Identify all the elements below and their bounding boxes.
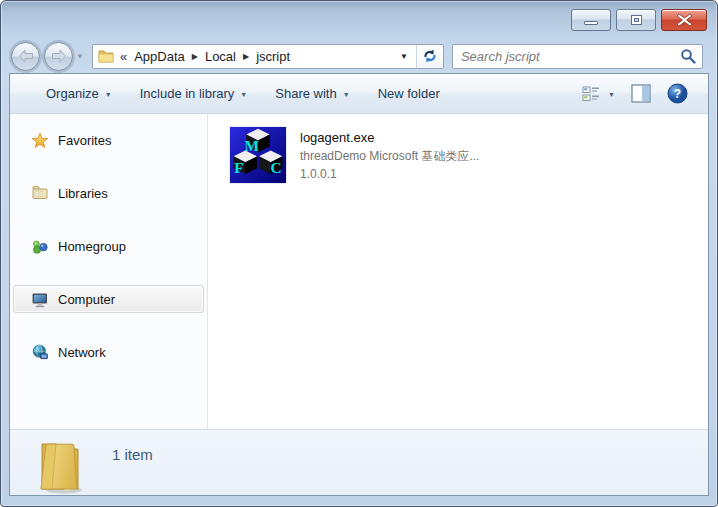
refresh-button[interactable] xyxy=(416,45,443,68)
item-count-label: 1 item xyxy=(112,446,153,463)
chevron-down-icon: ▼ xyxy=(608,89,615,98)
navigation-bar: ▼ « AppData ▶ Local ▶ jscript ▼ xyxy=(1,39,717,73)
include-in-library-label: Include in library xyxy=(140,86,235,101)
close-icon xyxy=(677,14,692,26)
back-button[interactable] xyxy=(11,42,40,71)
change-view-icon xyxy=(582,85,602,103)
command-toolbar: Organize ▼ Include in library ▼ Share wi… xyxy=(10,74,708,114)
sidebar-label-network: Network xyxy=(58,345,106,360)
breadcrumb-separator-icon[interactable]: ▶ xyxy=(192,52,198,61)
client-area: Organize ▼ Include in library ▼ Share wi… xyxy=(9,73,709,496)
share-with-label: Share with xyxy=(275,86,336,101)
computer-icon xyxy=(31,291,49,308)
breadcrumb-overflow-button[interactable]: « xyxy=(120,49,127,64)
help-button[interactable]: ? xyxy=(667,83,688,104)
file-description: threadDemo Microsoft 基础类应... xyxy=(300,147,479,165)
address-bar[interactable]: « AppData ▶ Local ▶ jscript ▼ xyxy=(92,44,444,69)
breadcrumb-segment-appdata[interactable]: AppData xyxy=(134,49,185,64)
refresh-icon xyxy=(422,48,438,64)
back-arrow-icon xyxy=(18,49,34,63)
search-icon[interactable] xyxy=(680,48,696,64)
main-area: Favorites Libraries xyxy=(10,114,708,429)
sidebar-item-computer[interactable]: Computer xyxy=(13,285,204,313)
titlebar[interactable] xyxy=(1,1,717,39)
sidebar-item-homegroup[interactable]: Homegroup xyxy=(13,232,204,260)
organize-label: Organize xyxy=(46,86,99,101)
window-controls xyxy=(571,9,707,31)
share-with-button[interactable]: Share with ▼ xyxy=(261,80,363,107)
big-folder-icon xyxy=(34,436,86,494)
mfc-application-icon: M F C xyxy=(229,126,287,184)
file-version: 1.0.0.1 xyxy=(300,165,479,183)
organize-button[interactable]: Organize ▼ xyxy=(32,80,126,107)
svg-text:F: F xyxy=(234,159,243,176)
breadcrumb-segment-local[interactable]: Local xyxy=(205,49,236,64)
history-buttons: ▼ xyxy=(11,42,84,71)
svg-text:M: M xyxy=(244,137,259,154)
close-button[interactable] xyxy=(661,9,707,31)
forward-button[interactable] xyxy=(44,42,73,71)
sidebar-item-favorites[interactable]: Favorites xyxy=(13,126,204,154)
sidebar-label-homegroup: Homegroup xyxy=(58,239,126,254)
file-list: M F C logagent.exe threadDemo Microsoft … xyxy=(208,114,708,429)
chevron-down-icon: ▼ xyxy=(105,89,112,98)
network-icon xyxy=(31,344,49,361)
file-item-logagent[interactable]: M F C logagent.exe threadDemo Microsoft … xyxy=(229,126,479,184)
status-bar: 1 item xyxy=(10,429,708,495)
new-folder-button[interactable]: New folder xyxy=(364,80,454,107)
svg-text:C: C xyxy=(271,159,282,176)
new-folder-label: New folder xyxy=(378,86,440,101)
svg-text:?: ? xyxy=(674,87,681,101)
sidebar-item-network[interactable]: Network xyxy=(13,338,204,366)
search-input[interactable] xyxy=(461,49,680,64)
navigation-pane: Favorites Libraries xyxy=(10,114,207,429)
help-icon: ? xyxy=(667,83,688,104)
breadcrumb-separator-icon[interactable]: ▶ xyxy=(243,52,249,61)
minimize-icon xyxy=(584,21,598,25)
sidebar-label-computer: Computer xyxy=(58,292,115,307)
forward-arrow-icon xyxy=(51,49,67,63)
explorer-window: ▼ « AppData ▶ Local ▶ jscript ▼ xyxy=(0,0,718,507)
libraries-icon xyxy=(31,185,49,201)
sidebar-label-libraries: Libraries xyxy=(58,186,108,201)
preview-pane-button[interactable] xyxy=(631,84,651,103)
chevron-down-icon: ▼ xyxy=(343,89,350,98)
toolbar-right-controls: ▼ ? xyxy=(582,83,696,104)
breadcrumb: « AppData ▶ Local ▶ jscript xyxy=(120,49,392,64)
maximize-icon xyxy=(631,15,642,25)
address-dropdown-button[interactable]: ▼ xyxy=(392,45,416,68)
minimize-button[interactable] xyxy=(571,9,611,31)
folder-icon xyxy=(98,49,114,63)
search-box xyxy=(452,44,703,69)
file-name: logagent.exe xyxy=(300,129,479,147)
preview-pane-icon xyxy=(631,84,651,103)
sidebar-label-favorites: Favorites xyxy=(58,133,111,148)
recent-pages-dropdown[interactable]: ▼ xyxy=(76,52,84,61)
sidebar-item-libraries[interactable]: Libraries xyxy=(13,179,204,207)
include-in-library-button[interactable]: Include in library ▼ xyxy=(126,80,262,107)
breadcrumb-segment-jscript[interactable]: jscript xyxy=(256,49,290,64)
star-icon xyxy=(31,132,49,149)
file-details: logagent.exe threadDemo Microsoft 基础类应..… xyxy=(300,126,479,183)
maximize-button[interactable] xyxy=(616,9,656,31)
change-view-button[interactable]: ▼ xyxy=(582,85,615,103)
chevron-down-icon: ▼ xyxy=(240,89,247,98)
homegroup-icon xyxy=(31,238,49,255)
